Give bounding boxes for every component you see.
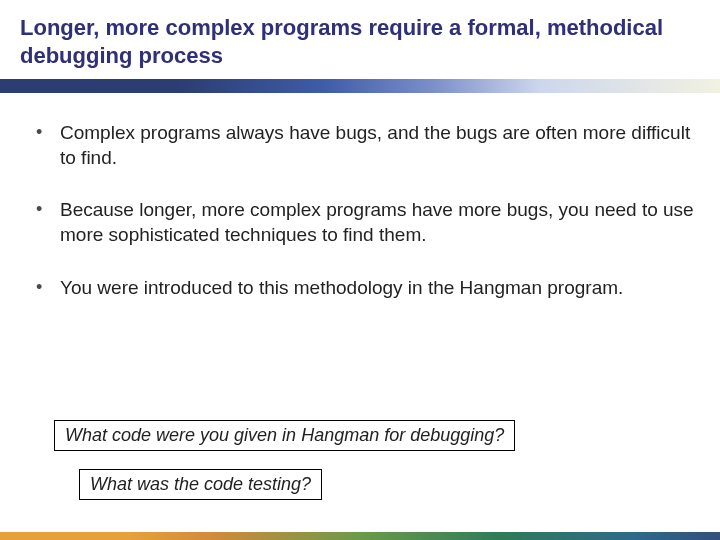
footer-accent-bar — [0, 532, 720, 540]
list-item: You were introduced to this methodology … — [24, 276, 696, 301]
question-box-2: What was the code testing? — [79, 469, 322, 500]
bullet-list: Complex programs always have bugs, and t… — [24, 121, 696, 300]
list-item: Complex programs always have bugs, and t… — [24, 121, 696, 170]
question-box-1: What code were you given in Hangman for … — [54, 420, 515, 451]
accent-bar — [0, 79, 720, 93]
question-box-wrapper: What was the code testing? — [79, 469, 696, 500]
question-box-wrapper: What code were you given in Hangman for … — [54, 420, 696, 451]
slide: Longer, more complex programs require a … — [0, 0, 720, 540]
list-item: Because longer, more complex programs ha… — [24, 198, 696, 247]
question-area: What code were you given in Hangman for … — [0, 420, 720, 500]
title-area: Longer, more complex programs require a … — [0, 0, 720, 79]
slide-title: Longer, more complex programs require a … — [20, 14, 700, 69]
content-area: Complex programs always have bugs, and t… — [0, 93, 720, 300]
